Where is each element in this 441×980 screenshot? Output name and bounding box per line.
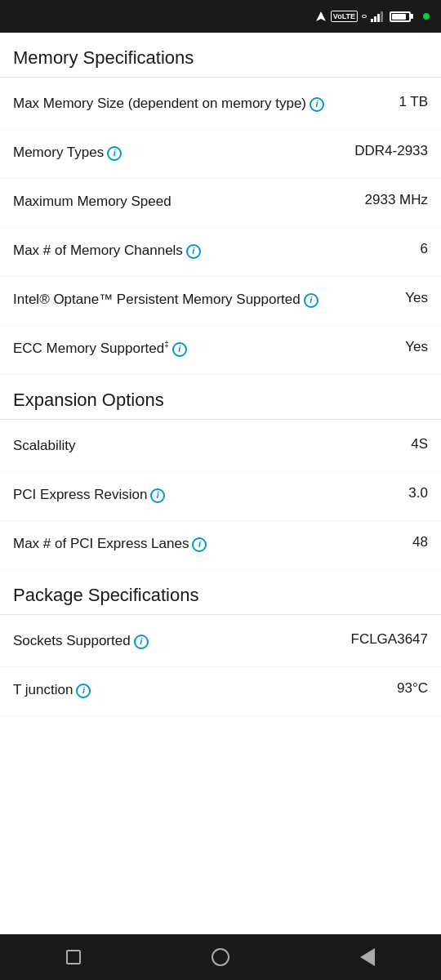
spec-row-tjunction: T junctioni93°C [0, 667, 441, 716]
navigation-icon [315, 11, 327, 22]
battery-box [390, 11, 411, 22]
spec-value-tjunction: 93°C [397, 680, 428, 697]
nav-recents-button[interactable] [59, 942, 88, 972]
spec-value-ecc-memory: Yes [405, 339, 428, 355]
spec-label-sockets-supported: Sockets Supportedi [13, 631, 351, 651]
svg-marker-0 [316, 11, 326, 21]
spec-row-max-memory-channels: Max # of Memory Channelsi6 [0, 228, 441, 277]
nav-back-button[interactable] [353, 942, 382, 972]
status-bar: VoLTE [0, 0, 441, 33]
spec-row-pci-express-revision: PCI Express Revisioni3.0 [0, 472, 441, 521]
spec-value-max-memory-channels: 6 [421, 241, 428, 257]
signal-bars-icon [371, 11, 385, 22]
green-dot [423, 13, 430, 20]
spec-label-maximum-memory-speed: Maximum Memory Speed [13, 192, 365, 212]
spec-value-memory-types: DDR4-2933 [354, 143, 428, 159]
recents-icon [66, 950, 81, 964]
section-heading-package-specifications: Package Specifications [0, 570, 441, 615]
spec-label-intel-optane: Intel® Optane™ Persistent Memory Support… [13, 290, 405, 310]
signal-badge [362, 15, 367, 18]
info-icon-max-memory-channels[interactable]: i [186, 244, 201, 259]
spec-value-maximum-memory-speed: 2933 MHz [365, 192, 428, 208]
spec-label-max-pci-express-lanes: Max # of PCI Express Lanesi [13, 534, 412, 554]
info-icon-ecc-memory[interactable]: i [172, 342, 187, 357]
spec-row-scalability: Scalability4S [0, 423, 441, 472]
info-icon-sockets-supported[interactable]: i [134, 635, 149, 649]
battery-fill [392, 14, 406, 20]
info-icon-max-pci-express-lanes[interactable]: i [192, 537, 207, 552]
spec-row-ecc-memory: ECC Memory Supported‡iYes [0, 326, 441, 375]
spec-value-intel-optane: Yes [405, 290, 428, 306]
spec-label-pci-express-revision: PCI Express Revisioni [13, 485, 408, 505]
spec-value-pci-express-revision: 3.0 [408, 485, 428, 501]
svg-rect-1 [371, 19, 373, 22]
info-icon-memory-types[interactable]: i [107, 146, 122, 161]
spec-value-max-memory-size: 1 TB [399, 94, 428, 110]
superscript-ecc-memory: ‡ [164, 340, 169, 349]
status-icons: VoLTE [315, 11, 430, 22]
home-icon [212, 948, 229, 966]
info-icon-pci-express-revision[interactable]: i [150, 488, 165, 503]
back-icon [360, 948, 375, 966]
spec-row-max-memory-size: Max Memory Size (dependent on memory typ… [0, 81, 441, 130]
nav-bar [0, 934, 441, 980]
spec-label-ecc-memory: ECC Memory Supported‡i [13, 339, 405, 359]
spec-row-maximum-memory-speed: Maximum Memory Speed2933 MHz [0, 179, 441, 228]
spec-label-memory-types: Memory Typesi [13, 143, 354, 163]
battery-indicator [390, 11, 416, 22]
nav-home-button[interactable] [206, 942, 235, 972]
svg-rect-4 [381, 11, 383, 22]
spec-value-max-pci-express-lanes: 48 [412, 534, 428, 550]
svg-rect-3 [377, 14, 380, 22]
info-icon-max-memory-size[interactable]: i [310, 97, 324, 112]
spec-row-sockets-supported: Sockets SupportediFCLGA3647 [0, 618, 441, 667]
lte-badge: VoLTE [331, 11, 358, 22]
info-icon-tjunction[interactable]: i [76, 684, 91, 698]
svg-rect-2 [374, 16, 376, 22]
section-heading-expansion-options: Expansion Options [0, 375, 441, 420]
info-icon-intel-optane[interactable]: i [304, 293, 318, 308]
spec-label-tjunction: T junctioni [13, 680, 397, 700]
spec-row-memory-types: Memory TypesiDDR4-2933 [0, 130, 441, 179]
main-content: Memory SpecificationsMax Memory Size (de… [0, 33, 441, 934]
spec-row-max-pci-express-lanes: Max # of PCI Express Lanesi48 [0, 521, 441, 570]
spec-label-max-memory-channels: Max # of Memory Channelsi [13, 241, 421, 261]
spec-label-scalability: Scalability [13, 436, 411, 456]
spec-value-scalability: 4S [411, 436, 428, 452]
spec-row-intel-optane: Intel® Optane™ Persistent Memory Support… [0, 277, 441, 326]
spec-value-sockets-supported: FCLGA3647 [351, 631, 429, 648]
spec-label-max-memory-size: Max Memory Size (dependent on memory typ… [13, 94, 399, 114]
section-heading-memory-specifications: Memory Specifications [0, 33, 441, 78]
